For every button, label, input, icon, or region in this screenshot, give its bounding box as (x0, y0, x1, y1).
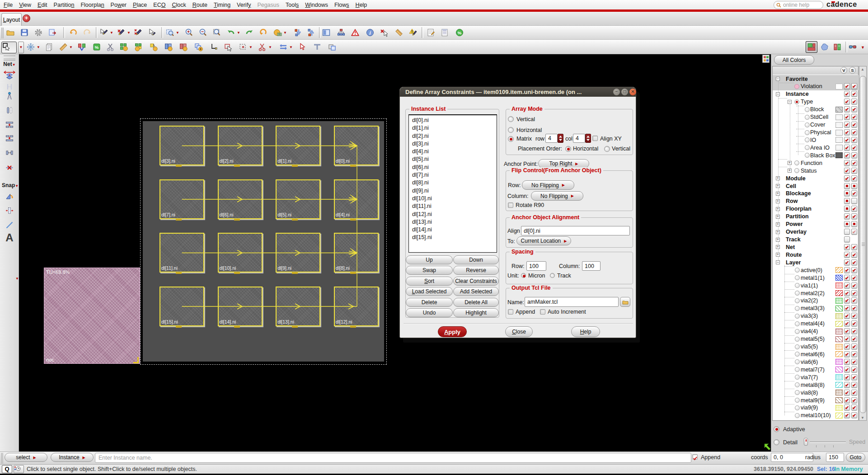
tree-row-via5-5-[interactable]: via5(5)✔✔ (773, 343, 859, 351)
layer-pair[interactable] (2, 71, 17, 82)
floorplan-view-icon[interactable] (807, 42, 817, 52)
visibility-checkbox[interactable]: ✔ (844, 168, 850, 174)
track-radio[interactable] (550, 273, 555, 278)
visibility-checkbox[interactable] (844, 198, 850, 204)
align-cells-icon[interactable] (179, 42, 189, 52)
selectability-checkbox[interactable]: ✔ (851, 313, 857, 319)
online-help-search[interactable]: online help (774, 1, 823, 9)
close-button-dialog[interactable]: Close (505, 326, 533, 337)
selectability-checkbox[interactable]: ✔ (851, 252, 857, 258)
apply-button[interactable]: Apply (438, 326, 467, 337)
visibility-checkbox[interactable]: ✔ (844, 397, 850, 403)
instance-list-item[interactable]: dl[1].ni (412, 124, 497, 132)
color-swatch[interactable] (835, 413, 843, 419)
expander-icon[interactable]: + (776, 215, 780, 219)
matrix-row-stepper[interactable] (558, 134, 563, 143)
settings-icon[interactable] (34, 28, 44, 38)
delete-button[interactable]: Delete (406, 298, 453, 307)
tree-row-metal6-6-[interactable]: metal6(6)✔✔ (773, 350, 859, 358)
measure-compass[interactable] (2, 92, 17, 103)
minimize-button[interactable]: − (613, 89, 620, 95)
expander-icon[interactable]: + (776, 245, 780, 249)
add-text[interactable]: A (2, 232, 17, 243)
down-button[interactable]: Down (453, 255, 499, 264)
selectability-checkbox[interactable]: ✔ (851, 275, 857, 281)
instance-list-item[interactable]: dl[12].ni (412, 211, 497, 218)
previous-view-icon[interactable] (226, 28, 236, 38)
instance-list-item[interactable]: dl[13].ni (412, 218, 497, 226)
copy-icon[interactable] (45, 42, 55, 52)
add-blockage-icon[interactable] (194, 42, 204, 52)
menu-place[interactable]: Place (133, 2, 147, 8)
selectability-checkbox[interactable]: ✔ (851, 206, 857, 212)
tree-radio[interactable] (795, 337, 800, 342)
vertical-radio[interactable] (508, 116, 514, 122)
expander-icon[interactable]: + (776, 253, 780, 257)
tree-row-physical[interactable]: Physical✔✔ (773, 129, 859, 136)
instance-list-item[interactable]: dl[11].ni (412, 202, 497, 210)
menu-pegasus[interactable]: Pegasus (257, 2, 279, 8)
highlight-button[interactable]: Highlight (453, 308, 499, 317)
visibility-checkbox[interactable] (844, 236, 850, 242)
tree-row-via2-2-[interactable]: via2(2)✔✔ (773, 297, 859, 305)
sort-button[interactable]: Sort (406, 277, 453, 286)
visibility-checkbox[interactable] (844, 221, 850, 227)
visibility-checkbox[interactable]: ✔ (844, 382, 850, 388)
visibility-checkbox[interactable]: ✔ (844, 137, 850, 143)
pin-pair[interactable] (2, 106, 17, 117)
matrix-col-stepper[interactable] (585, 134, 591, 143)
expander-icon[interactable]: − (788, 100, 792, 104)
tree-row-metal8-8-[interactable]: metal8(8)✔✔ (773, 381, 859, 389)
spacing-row-input[interactable]: 100 (526, 261, 546, 271)
selectability-checkbox[interactable]: ✔ (851, 297, 857, 303)
undo-icon[interactable] (69, 28, 79, 38)
selectability-checkbox[interactable]: ✔ (851, 336, 857, 342)
tree-radio[interactable] (795, 306, 800, 311)
color-swatch[interactable] (835, 290, 843, 296)
to-dropdown[interactable]: Current Location▶ (516, 236, 571, 245)
menu-flows[interactable]: Flows (334, 2, 349, 8)
tree-row-via8-8-[interactable]: via8(8)✔✔ (773, 389, 859, 396)
design-3d-dropdown[interactable]: ▼ (283, 28, 287, 38)
anchor-point-dropdown[interactable]: Top Right▶ (538, 159, 589, 168)
shift-view-icon[interactable] (328, 42, 338, 52)
color-swatch[interactable] (835, 107, 843, 113)
distribute-h[interactable] (2, 148, 17, 159)
tree-radio[interactable] (805, 153, 810, 158)
instance-list-item[interactable]: dl[4].ni (412, 148, 497, 155)
amoeba-view-icon[interactable] (820, 42, 830, 52)
hierarchy-icon[interactable] (337, 28, 347, 38)
placement-vertical-radio[interactable] (604, 146, 610, 152)
draw-line[interactable] (2, 221, 17, 231)
delete-edit-dropdown[interactable]: ▼ (127, 28, 131, 38)
tree-radio[interactable] (795, 382, 800, 387)
selectability-checkbox[interactable]: ✔ (851, 374, 857, 380)
tree-radio[interactable] (805, 115, 810, 120)
redo-icon[interactable] (83, 28, 93, 38)
color-swatch[interactable] (835, 367, 843, 372)
color-swatch[interactable] (835, 130, 843, 136)
visibility-checkbox[interactable]: ✔ (844, 213, 850, 219)
matrix-col-input[interactable]: 4 (573, 134, 585, 143)
edit-pin-group-dropdown[interactable]: ▼ (249, 42, 253, 52)
append-coords-checkbox[interactable] (692, 454, 698, 460)
visibility-checkbox[interactable]: ✔ (844, 336, 850, 342)
clear-constraints-button[interactable]: Clear Constraints (453, 277, 499, 286)
instance-type-dropdown[interactable]: Instance▶ (51, 453, 94, 462)
visibility-checkbox[interactable]: ✔ (844, 91, 850, 97)
scroll-up-icon[interactable]: ▲ (861, 68, 865, 71)
selectability-checkbox[interactable]: ✔ (851, 213, 857, 219)
color-swatch[interactable] (835, 390, 843, 395)
tree-radio[interactable] (795, 298, 800, 303)
selectability-checkbox[interactable]: ✔ (851, 267, 857, 273)
visibility-checkbox[interactable] (844, 206, 850, 212)
menu-edit[interactable]: Edit (38, 2, 47, 8)
menu-floorplan[interactable]: Floorplan (80, 2, 104, 8)
open-icon[interactable] (6, 28, 16, 38)
instance-list-item[interactable]: dl[2].ni (412, 132, 497, 140)
selectability-checkbox[interactable]: ✔ (851, 367, 857, 372)
visibility-checkbox[interactable]: ✔ (844, 175, 850, 181)
visibility-column-header[interactable]: V (840, 67, 847, 74)
visibility-checkbox[interactable]: ✔ (844, 114, 850, 120)
tree-row-via9-9-[interactable]: via9(9)✔✔ (773, 404, 859, 412)
